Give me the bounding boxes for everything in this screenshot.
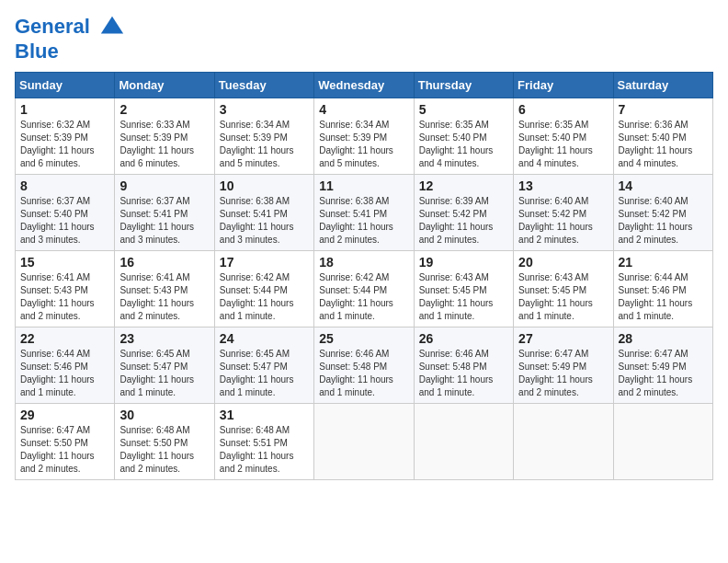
day-number: 17 xyxy=(220,255,309,270)
day-number: 26 xyxy=(419,331,508,346)
day-number: 19 xyxy=(419,255,508,270)
weekday-header: Wednesday xyxy=(314,73,414,98)
calendar-cell: 25 Sunrise: 6:46 AM Sunset: 5:48 PM Dayl… xyxy=(314,327,414,404)
day-number: 16 xyxy=(119,255,209,270)
calendar-cell: 8 Sunrise: 6:37 AM Sunset: 5:40 PM Dayli… xyxy=(16,175,115,251)
day-info: Sunrise: 6:35 AM Sunset: 5:40 PM Dayligh… xyxy=(518,120,593,168)
day-info: Sunrise: 6:35 AM Sunset: 5:40 PM Dayligh… xyxy=(419,120,494,168)
day-number: 30 xyxy=(119,408,209,422)
calendar-cell: 29 Sunrise: 6:47 AM Sunset: 5:50 PM Dayl… xyxy=(16,404,115,480)
day-number: 23 xyxy=(119,331,209,346)
day-info: Sunrise: 6:45 AM Sunset: 5:47 PM Dayligh… xyxy=(220,349,294,397)
weekday-header: Saturday xyxy=(613,73,712,98)
day-info: Sunrise: 6:42 AM Sunset: 5:44 PM Dayligh… xyxy=(319,272,393,321)
calendar-cell: 4 Sunrise: 6:34 AM Sunset: 5:39 PM Dayli… xyxy=(314,98,414,175)
day-info: Sunrise: 6:42 AM Sunset: 5:44 PM Dayligh… xyxy=(220,272,294,321)
day-info: Sunrise: 6:37 AM Sunset: 5:41 PM Dayligh… xyxy=(119,196,194,245)
day-info: Sunrise: 6:43 AM Sunset: 5:45 PM Dayligh… xyxy=(419,272,494,321)
calendar-cell: 20 Sunrise: 6:43 AM Sunset: 5:45 PM Dayl… xyxy=(514,251,613,327)
day-info: Sunrise: 6:36 AM Sunset: 5:40 PM Dayligh… xyxy=(619,120,693,168)
calendar-cell: 23 Sunrise: 6:45 AM Sunset: 5:47 PM Dayl… xyxy=(115,327,214,404)
calendar-week-row: 29 Sunrise: 6:47 AM Sunset: 5:50 PM Dayl… xyxy=(16,404,713,480)
day-info: Sunrise: 6:47 AM Sunset: 5:50 PM Dayligh… xyxy=(20,425,95,474)
weekday-header: Thursday xyxy=(414,73,513,98)
calendar-cell: 12 Sunrise: 6:39 AM Sunset: 5:42 PM Dayl… xyxy=(414,175,513,251)
calendar-cell: 16 Sunrise: 6:41 AM Sunset: 5:43 PM Dayl… xyxy=(115,251,214,327)
calendar-cell: 22 Sunrise: 6:44 AM Sunset: 5:46 PM Dayl… xyxy=(16,327,115,404)
calendar-cell: 6 Sunrise: 6:35 AM Sunset: 5:40 PM Dayli… xyxy=(514,98,613,175)
day-number: 25 xyxy=(319,331,408,346)
calendar-cell: 31 Sunrise: 6:48 AM Sunset: 5:51 PM Dayl… xyxy=(214,404,313,480)
calendar-cell: 7 Sunrise: 6:36 AM Sunset: 5:40 PM Dayli… xyxy=(613,98,712,175)
weekday-header: Monday xyxy=(115,73,214,98)
day-number: 21 xyxy=(619,255,708,270)
day-info: Sunrise: 6:39 AM Sunset: 5:42 PM Dayligh… xyxy=(419,196,494,245)
day-number: 9 xyxy=(119,178,209,193)
calendar-week-row: 1 Sunrise: 6:32 AM Sunset: 5:39 PM Dayli… xyxy=(16,98,713,175)
day-info: Sunrise: 6:46 AM Sunset: 5:48 PM Dayligh… xyxy=(319,349,393,397)
day-info: Sunrise: 6:44 AM Sunset: 5:46 PM Dayligh… xyxy=(20,349,95,397)
calendar-week-row: 8 Sunrise: 6:37 AM Sunset: 5:40 PM Dayli… xyxy=(16,175,713,251)
day-number: 13 xyxy=(518,178,608,193)
calendar-cell xyxy=(613,404,712,480)
calendar-cell: 21 Sunrise: 6:44 AM Sunset: 5:46 PM Dayl… xyxy=(613,251,712,327)
day-info: Sunrise: 6:37 AM Sunset: 5:40 PM Dayligh… xyxy=(20,196,95,245)
day-info: Sunrise: 6:48 AM Sunset: 5:51 PM Dayligh… xyxy=(220,425,294,474)
day-number: 18 xyxy=(319,255,408,270)
day-info: Sunrise: 6:47 AM Sunset: 5:49 PM Dayligh… xyxy=(619,349,693,397)
day-number: 2 xyxy=(119,102,209,117)
day-number: 6 xyxy=(518,102,608,117)
day-number: 8 xyxy=(20,178,109,193)
day-number: 4 xyxy=(319,102,408,117)
weekday-header: Tuesday xyxy=(214,73,313,98)
day-info: Sunrise: 6:45 AM Sunset: 5:47 PM Dayligh… xyxy=(119,349,194,397)
day-info: Sunrise: 6:44 AM Sunset: 5:46 PM Dayligh… xyxy=(619,272,693,321)
calendar-cell: 11 Sunrise: 6:38 AM Sunset: 5:41 PM Dayl… xyxy=(314,175,414,251)
day-number: 1 xyxy=(20,102,109,117)
calendar-cell: 3 Sunrise: 6:34 AM Sunset: 5:39 PM Dayli… xyxy=(214,98,313,175)
calendar-cell: 5 Sunrise: 6:35 AM Sunset: 5:40 PM Dayli… xyxy=(414,98,513,175)
day-info: Sunrise: 6:47 AM Sunset: 5:49 PM Dayligh… xyxy=(518,349,593,397)
day-info: Sunrise: 6:38 AM Sunset: 5:41 PM Dayligh… xyxy=(220,196,294,245)
calendar-cell: 10 Sunrise: 6:38 AM Sunset: 5:41 PM Dayl… xyxy=(214,175,313,251)
day-info: Sunrise: 6:41 AM Sunset: 5:43 PM Dayligh… xyxy=(119,272,194,321)
weekday-header-row: SundayMondayTuesdayWednesdayThursdayFrid… xyxy=(16,73,713,98)
day-number: 10 xyxy=(220,178,309,193)
calendar-cell: 1 Sunrise: 6:32 AM Sunset: 5:39 PM Dayli… xyxy=(16,98,115,175)
day-number: 22 xyxy=(20,331,109,346)
day-number: 11 xyxy=(319,178,408,193)
calendar-cell: 13 Sunrise: 6:40 AM Sunset: 5:42 PM Dayl… xyxy=(514,175,613,251)
calendar-cell: 27 Sunrise: 6:47 AM Sunset: 5:49 PM Dayl… xyxy=(514,327,613,404)
calendar-cell xyxy=(514,404,613,480)
day-info: Sunrise: 6:34 AM Sunset: 5:39 PM Dayligh… xyxy=(319,120,393,168)
calendar-cell: 2 Sunrise: 6:33 AM Sunset: 5:39 PM Dayli… xyxy=(115,98,214,175)
calendar-cell: 15 Sunrise: 6:41 AM Sunset: 5:43 PM Dayl… xyxy=(16,251,115,327)
calendar-cell: 19 Sunrise: 6:43 AM Sunset: 5:45 PM Dayl… xyxy=(414,251,513,327)
page-header: General Blue xyxy=(15,15,713,63)
calendar-cell: 9 Sunrise: 6:37 AM Sunset: 5:41 PM Dayli… xyxy=(115,175,214,251)
day-info: Sunrise: 6:43 AM Sunset: 5:45 PM Dayligh… xyxy=(518,272,593,321)
svg-marker-0 xyxy=(101,17,123,34)
calendar-cell: 24 Sunrise: 6:45 AM Sunset: 5:47 PM Dayl… xyxy=(214,327,313,404)
day-info: Sunrise: 6:46 AM Sunset: 5:48 PM Dayligh… xyxy=(419,349,494,397)
day-info: Sunrise: 6:40 AM Sunset: 5:42 PM Dayligh… xyxy=(619,196,693,245)
day-number: 28 xyxy=(619,331,708,346)
calendar-cell: 30 Sunrise: 6:48 AM Sunset: 5:50 PM Dayl… xyxy=(115,404,214,480)
weekday-header: Friday xyxy=(514,73,613,98)
day-number: 12 xyxy=(419,178,508,193)
day-number: 15 xyxy=(20,255,109,270)
calendar-week-row: 15 Sunrise: 6:41 AM Sunset: 5:43 PM Dayl… xyxy=(16,251,713,327)
calendar-cell xyxy=(314,404,414,480)
calendar-cell: 28 Sunrise: 6:47 AM Sunset: 5:49 PM Dayl… xyxy=(613,327,712,404)
calendar-cell: 26 Sunrise: 6:46 AM Sunset: 5:48 PM Dayl… xyxy=(414,327,513,404)
calendar-table: SundayMondayTuesdayWednesdayThursdayFrid… xyxy=(15,72,713,480)
day-number: 27 xyxy=(518,331,608,346)
day-info: Sunrise: 6:34 AM Sunset: 5:39 PM Dayligh… xyxy=(220,120,294,168)
day-number: 20 xyxy=(518,255,608,270)
day-number: 7 xyxy=(619,102,708,117)
day-info: Sunrise: 6:38 AM Sunset: 5:41 PM Dayligh… xyxy=(319,196,393,245)
calendar-week-row: 22 Sunrise: 6:44 AM Sunset: 5:46 PM Dayl… xyxy=(16,327,713,404)
logo-blue-text: Blue xyxy=(15,40,125,63)
calendar-cell: 18 Sunrise: 6:42 AM Sunset: 5:44 PM Dayl… xyxy=(314,251,414,327)
day-number: 3 xyxy=(220,102,309,117)
